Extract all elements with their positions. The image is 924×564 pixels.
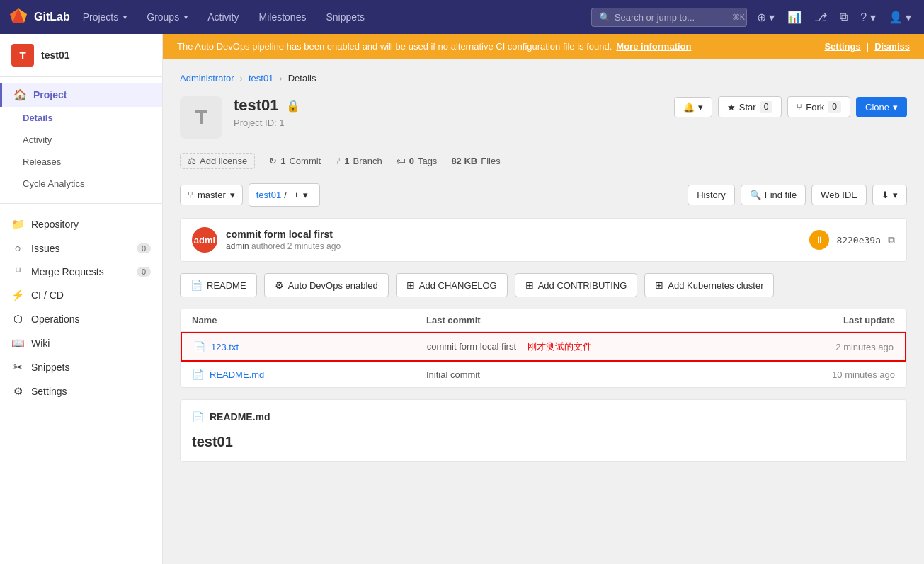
star-button[interactable]: ★ Star 0 xyxy=(718,96,782,117)
help-icon[interactable]: ? ▾ xyxy=(856,8,879,27)
file-time-cell: 10 minutes ago xyxy=(661,369,895,380)
sidebar-wiki-label: Wiki xyxy=(31,338,50,349)
top-navigation: GitLab Projects ▾ Groups ▾ Activity Mile… xyxy=(0,0,924,34)
project-id: Project ID: 1 xyxy=(234,117,674,128)
breadcrumb-admin[interactable]: Administrator xyxy=(180,73,234,84)
copy-hash-icon[interactable]: ⧉ xyxy=(888,234,895,246)
breadcrumb-project[interactable]: test01 xyxy=(249,73,273,84)
branches-stat[interactable]: ⑂ 1 Branch xyxy=(335,156,382,166)
commit-avatar: admi xyxy=(192,227,217,253)
sidebar-merge-requests-label: Merge Requests xyxy=(31,266,104,277)
download-button[interactable]: ⬇ ▾ xyxy=(872,185,907,205)
file-commit-text: commit form local first xyxy=(427,341,516,352)
nav-projects[interactable]: Projects ▾ xyxy=(76,11,135,23)
settings-icon: ⚙ xyxy=(11,385,24,398)
add-contributing-button[interactable]: ⊞ Add CONTRIBUTING xyxy=(515,273,638,297)
branch-left: ⑂ master ▾ test01 / + ▾ xyxy=(180,183,320,207)
file-commit-text: Initial commit xyxy=(426,369,480,380)
readme-label: README xyxy=(207,280,246,291)
sidebar-item-operations[interactable]: ⬡ Operations xyxy=(0,307,162,331)
banner-more-info-link[interactable]: More information xyxy=(616,41,691,52)
operations-icon: ⬡ xyxy=(11,313,24,326)
commit-message[interactable]: commit form local first xyxy=(226,229,801,240)
sidebar-item-issues[interactable]: ○ Issues 0 xyxy=(0,236,162,260)
sidebar-item-wiki[interactable]: 📖 Wiki xyxy=(0,331,162,355)
banner-dismiss-link[interactable]: Dismiss xyxy=(874,41,910,52)
add-changelog-button[interactable]: ⊞ Add CHANGELOG xyxy=(396,273,508,297)
history-button[interactable]: History xyxy=(688,185,734,205)
readme-content: test01 xyxy=(192,434,895,450)
add-license-icon: ⚖ xyxy=(188,156,196,166)
table-row: 📄 README.md Initial commit 10 minutes ag… xyxy=(181,362,906,387)
file-icon: 📄 xyxy=(192,369,204,380)
notification-button[interactable]: 🔔 ▾ xyxy=(674,97,712,117)
sidebar-item-cycle-analytics[interactable]: Cycle Analytics xyxy=(0,173,162,195)
file-name-text: 123.txt xyxy=(211,342,239,352)
sidebar-item-repository[interactable]: 📁 Repository xyxy=(0,212,162,236)
search-icon: 🔍 xyxy=(599,12,610,23)
new-item-icon[interactable]: ⊕ ▾ xyxy=(753,8,779,27)
app-logo[interactable]: GitLab xyxy=(8,7,70,27)
find-file-button[interactable]: 🔍 Find file xyxy=(741,185,806,205)
sidebar-item-snippets[interactable]: ✂ Snippets xyxy=(0,355,162,379)
auto-devops-button[interactable]: ⚙ Auto DevOps enabled xyxy=(264,273,389,297)
nav-groups[interactable]: Groups ▾ xyxy=(139,11,195,23)
sidebar-project-section: 🏠 Project Details Activity Releases Cycl… xyxy=(0,77,162,200)
readme-header: 📄 README.md xyxy=(192,411,895,422)
file-time-cell: 2 minutes ago xyxy=(660,342,894,352)
banner-settings-link[interactable]: Settings xyxy=(824,41,860,52)
clone-button[interactable]: Clone ▾ xyxy=(856,97,907,117)
files-label: Files xyxy=(481,156,500,166)
git-icon[interactable]: ⎇ xyxy=(810,8,831,27)
sidebar-item-releases[interactable]: Releases xyxy=(0,151,162,173)
branch-selector[interactable]: ⑂ master ▾ xyxy=(180,185,243,205)
content-area: Administrator › test01 › Details T test0… xyxy=(163,59,924,476)
file-table: Name Last commit Last update 📄 123.txt c… xyxy=(180,309,907,388)
main-content: The Auto DevOps pipeline has been enable… xyxy=(163,34,924,564)
readme-button[interactable]: 📄 README xyxy=(180,273,257,297)
nav-activity[interactable]: Activity xyxy=(200,11,246,23)
pause-icon: ⏸ xyxy=(815,235,823,245)
search-shortcut: ⌘K xyxy=(732,13,745,22)
sidebar-activity-label: Activity xyxy=(23,134,52,145)
search-bar[interactable]: 🔍 ⌘K xyxy=(591,8,747,27)
web-ide-button[interactable]: Web IDE xyxy=(811,185,867,205)
sidebar-item-details[interactable]: Details xyxy=(0,107,162,129)
nav-snippets[interactable]: Snippets xyxy=(319,11,371,23)
add-license-btn[interactable]: ⚖ Add license xyxy=(180,153,255,169)
tags-stat[interactable]: 🏷 0 Tags xyxy=(397,156,438,166)
branch-path-project[interactable]: test01 xyxy=(256,190,281,200)
merge-icon[interactable]: ⧉ xyxy=(835,8,852,26)
commits-stat[interactable]: ↻ 1 Commit xyxy=(269,156,321,166)
project-title-row: test01 🔒 xyxy=(234,96,674,115)
star-label: Star xyxy=(739,102,756,113)
commit-author[interactable]: admin xyxy=(226,241,249,251)
branch-icon: ⑂ xyxy=(335,156,341,166)
stats-icon[interactable]: 📊 xyxy=(783,8,806,27)
tag-icon: 🏷 xyxy=(397,156,406,166)
branch-path-add[interactable]: + ▾ xyxy=(290,188,313,202)
commit-hash[interactable]: 8220e39a xyxy=(836,235,881,246)
fork-button[interactable]: ⑂ Fork 0 xyxy=(787,96,850,117)
notification-chevron: ▾ xyxy=(698,102,703,113)
sidebar-item-settings[interactable]: ⚙ Settings xyxy=(0,379,162,403)
auto-devops-label: Auto DevOps enabled xyxy=(288,280,378,291)
file-name-readme[interactable]: 📄 README.md xyxy=(192,369,426,380)
sidebar-item-ci-cd[interactable]: ⚡ CI / CD xyxy=(0,283,162,307)
commit-pipeline-status[interactable]: ⏸ xyxy=(809,230,829,250)
readme-icon: 📄 xyxy=(190,280,203,291)
star-icon: ★ xyxy=(727,102,736,113)
auto-devops-icon: ⚙ xyxy=(275,280,284,291)
nav-milestones[interactable]: Milestones xyxy=(252,11,314,23)
file-name-123[interactable]: 📄 123.txt xyxy=(193,341,427,352)
star-count: 0 xyxy=(760,101,773,113)
commit-banner: admi commit form local first admin autho… xyxy=(180,218,907,262)
sidebar-item-activity[interactable]: Activity xyxy=(0,129,162,151)
commits-count: 1 xyxy=(280,156,285,166)
sidebar-item-merge-requests[interactable]: ⑂ Merge Requests 0 xyxy=(0,260,162,283)
user-avatar-icon[interactable]: 👤 ▾ xyxy=(884,8,916,27)
fork-label: Fork xyxy=(806,102,824,113)
sidebar-item-project[interactable]: 🏠 Project xyxy=(0,83,162,107)
search-input[interactable] xyxy=(615,12,728,23)
add-k8s-button[interactable]: ⊞ Add Kubernetes cluster xyxy=(644,273,774,297)
